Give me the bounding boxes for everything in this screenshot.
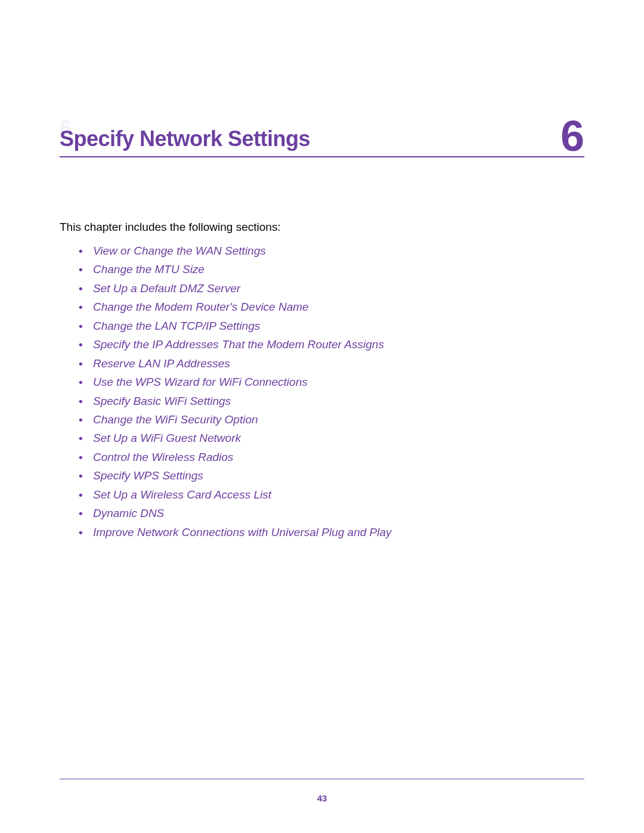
footer-rule <box>60 779 584 779</box>
section-link[interactable]: Change the MTU Size <box>93 261 584 278</box>
section-link[interactable]: Reserve LAN IP Addresses <box>93 355 584 372</box>
chapter-title: Specify Network Settings <box>60 126 310 151</box>
section-link[interactable]: Dynamic DNS <box>93 504 584 522</box>
section-link[interactable]: Use the WPS Wizard for WiFi Connections <box>93 373 584 391</box>
section-link[interactable]: Change the WiFi Security Option <box>93 411 584 428</box>
section-list: View or Change the WAN Settings Change t… <box>60 242 584 541</box>
section-link[interactable]: View or Change the WAN Settings <box>93 242 584 259</box>
section-link[interactable]: Change the Modem Router's Device Name <box>93 298 584 315</box>
section-link[interactable]: Change the LAN TCP/IP Settings <box>93 317 584 335</box>
intro-text: This chapter includes the following sect… <box>60 221 584 234</box>
chapter-header: Specify Network Settings 6 <box>60 114 584 157</box>
section-link[interactable]: Improve Network Connections with Univers… <box>93 524 584 541</box>
section-link[interactable]: Control the Wireless Radios <box>93 448 584 466</box>
section-link[interactable]: Specify the IP Addresses That the Modem … <box>93 336 584 353</box>
section-link[interactable]: Specify WPS Settings <box>93 467 584 484</box>
section-link[interactable]: Set Up a Default DMZ Server <box>93 280 584 297</box>
body-area: This chapter includes the following sect… <box>60 221 584 542</box>
page-number: 43 <box>0 793 644 803</box>
document-page: 6. Specify Network Settings 6 This chapt… <box>0 0 644 833</box>
section-link[interactable]: Set Up a Wireless Card Access List <box>93 486 584 503</box>
chapter-number: 6 <box>561 119 584 154</box>
section-link[interactable]: Specify Basic WiFi Settings <box>93 392 584 410</box>
section-link[interactable]: Set Up a WiFi Guest Network <box>93 429 584 447</box>
